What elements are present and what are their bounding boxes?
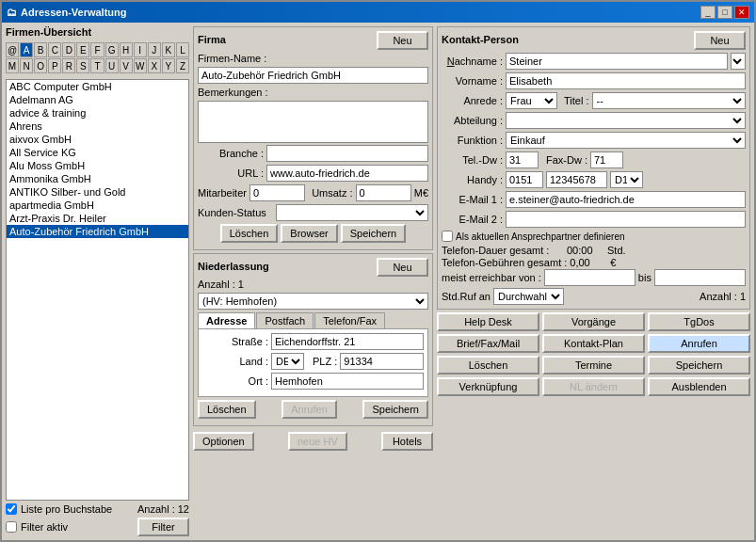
alpha-K[interactable]: K (162, 42, 175, 57)
tab-adresse[interactable]: Adresse (198, 312, 255, 328)
niederlassung-neu-button[interactable]: Neu (377, 258, 428, 277)
list-item[interactable]: Adelmann AG (7, 93, 188, 106)
strasse-input[interactable] (271, 333, 424, 350)
liste-pro-buchstabe-checkbox[interactable] (6, 503, 17, 515)
vorgaenge-button[interactable]: Vorgänge (542, 312, 645, 331)
bemerkungen-textarea[interactable] (198, 101, 428, 143)
ort-input[interactable] (271, 373, 424, 390)
alpha-H[interactable]: H (120, 42, 133, 57)
land-select[interactable]: DE (271, 353, 304, 370)
funktion-select[interactable]: Einkauf (506, 132, 746, 149)
alpha-L[interactable]: L (176, 42, 189, 57)
handy2-input[interactable] (546, 171, 607, 188)
alpha-E[interactable]: E (76, 42, 89, 57)
list-item[interactable]: Arzt-Praxis Dr. Heiler (7, 212, 188, 225)
list-item[interactable]: apartmedia GmbH (7, 199, 188, 212)
firmen-name-input[interactable] (198, 67, 428, 84)
neue-hv-button[interactable]: neue HV (288, 432, 347, 451)
branche-input[interactable] (266, 145, 428, 162)
list-item[interactable]: aixvox GmbH (7, 133, 188, 146)
alpha-V[interactable]: V (120, 58, 133, 73)
termine-button[interactable]: Termine (542, 356, 645, 375)
list-item[interactable]: Ahrens (7, 120, 188, 133)
plz-input[interactable] (340, 353, 424, 370)
alpha-I[interactable]: I (134, 42, 147, 57)
close-button[interactable]: ✕ (734, 6, 749, 19)
titel-select[interactable]: -- (592, 92, 747, 109)
loeschen-button[interactable]: Löschen (220, 224, 279, 243)
alpha-G[interactable]: G (105, 42, 119, 57)
alpha-W[interactable]: W (134, 58, 147, 73)
alpha-F[interactable]: F (90, 42, 104, 57)
list-item[interactable]: ANTIKO Silber- und Gold (7, 185, 188, 199)
tel-dw-input[interactable] (506, 151, 539, 168)
email2-input[interactable] (506, 211, 746, 228)
helpdesk-button[interactable]: Help Desk (437, 312, 539, 331)
list-item[interactable]: All Service KG (7, 146, 188, 159)
alpha-M[interactable]: M (6, 58, 19, 73)
erreichbar-von-input[interactable] (544, 269, 635, 286)
speichern-button[interactable]: Speichern (341, 224, 407, 243)
mitarbeiter-input[interactable] (249, 184, 305, 201)
kontakt-neu-button[interactable]: Neu (694, 31, 746, 50)
alpha-N[interactable]: N (20, 58, 33, 73)
abteilung-select[interactable] (506, 112, 746, 129)
alpha-R[interactable]: R (62, 58, 75, 73)
alpha-D[interactable]: D (62, 42, 75, 57)
std-ruf-select[interactable]: Durchwahl (493, 288, 564, 305)
hotels-button[interactable]: Hotels (381, 432, 433, 451)
handy-input[interactable] (506, 171, 543, 188)
alpha-P[interactable]: P (48, 58, 61, 73)
verknuepfung-button[interactable]: Verknüpfung (437, 377, 539, 396)
alpha-A[interactable]: A (20, 42, 33, 57)
anrufen-button[interactable]: Anrufen (648, 334, 750, 353)
alpha-at[interactable]: @ (6, 42, 19, 57)
list-item[interactable]: ABC Computer GmbH (7, 80, 188, 93)
als-aktuell-checkbox[interactable] (442, 231, 453, 242)
alpha-Y[interactable]: Y (162, 58, 175, 73)
list-item[interactable]: Alu Moss GmbH (7, 159, 188, 172)
filter-button[interactable]: Filter (137, 518, 189, 536)
vorname-input[interactable] (506, 72, 746, 89)
erreichbar-bis-input[interactable] (654, 269, 746, 286)
handy-provider-select[interactable]: D1 (610, 171, 643, 188)
todos-button[interactable]: TgDos (648, 312, 750, 331)
brief-button[interactable]: Brief/Fax/Mail (437, 334, 539, 353)
kunden-status-select[interactable] (276, 204, 428, 221)
alpha-J[interactable]: J (148, 42, 161, 57)
nachname-input[interactable] (506, 53, 728, 70)
anrede-select[interactable]: Frau (506, 92, 557, 109)
nl-aendern-button[interactable]: NL ändern (542, 377, 645, 396)
nachname-dropdown[interactable]: ▼ (731, 53, 746, 70)
tab-telefon-fax[interactable]: Telefon/Fax (314, 312, 385, 328)
niederlassung-anrufen-button[interactable]: Anrufen (281, 400, 337, 419)
alpha-S[interactable]: S (76, 58, 89, 73)
browser-button[interactable]: Browser (281, 224, 337, 243)
email1-input[interactable] (506, 191, 746, 208)
tab-postfach[interactable]: Postfach (256, 312, 314, 328)
alpha-Z[interactable]: Z (176, 58, 189, 73)
minimize-button[interactable]: _ (700, 6, 716, 19)
url-input[interactable] (266, 165, 428, 182)
list-item[interactable]: Ammonika GmbH (7, 172, 188, 185)
niederlassung-loeschen-button[interactable]: Löschen (198, 400, 256, 419)
alpha-C[interactable]: C (48, 42, 61, 57)
kontakt-plan-button[interactable]: Kontakt-Plan (542, 334, 645, 353)
filter-aktiv-checkbox[interactable] (6, 521, 17, 533)
kontakt-loeschen-button[interactable]: Löschen (437, 356, 539, 375)
fax-dw-input[interactable] (590, 151, 623, 168)
alpha-U[interactable]: U (105, 58, 119, 73)
list-item[interactable]: advice & training (7, 106, 188, 120)
firma-neu-button[interactable]: Neu (377, 31, 428, 50)
list-item-selected[interactable]: Auto-Zubehör Friedrich GmbH (7, 225, 188, 238)
optionen-button[interactable]: Optionen (193, 432, 254, 451)
hv-select[interactable]: (HV: Hemhofen) (198, 293, 428, 310)
kontakt-speichern-button[interactable]: Speichern (648, 356, 750, 375)
niederlassung-speichern-button[interactable]: Speichern (362, 400, 428, 419)
company-list[interactable]: ABC Computer GmbH Adelmann AG advice & t… (6, 79, 189, 501)
ausblenden-button[interactable]: Ausblenden (648, 377, 750, 396)
alpha-X[interactable]: X (148, 58, 161, 73)
maximize-button[interactable]: □ (717, 6, 732, 19)
alpha-T[interactable]: T (90, 58, 104, 73)
alpha-O[interactable]: O (34, 58, 47, 73)
